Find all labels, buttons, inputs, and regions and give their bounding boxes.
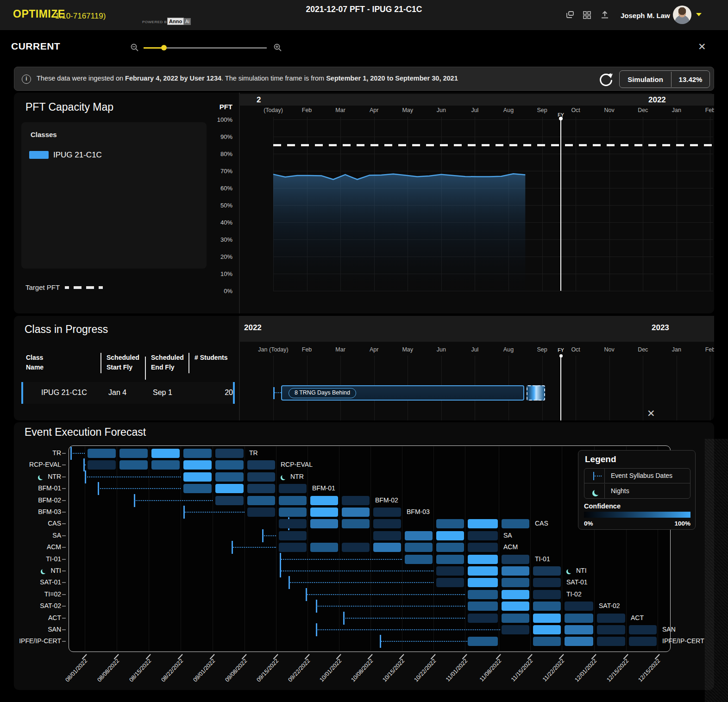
forecast-segment[interactable] bbox=[405, 555, 433, 564]
forecast-segment[interactable] bbox=[373, 531, 401, 540]
forecast-segment[interactable] bbox=[468, 566, 498, 576]
forecast-segment[interactable] bbox=[468, 519, 498, 528]
forecast-segment[interactable] bbox=[279, 531, 307, 540]
zoom-slider-thumb[interactable] bbox=[161, 45, 167, 50]
forecast-segment[interactable] bbox=[183, 472, 212, 482]
forecast-segment[interactable] bbox=[405, 543, 433, 552]
forecast-segment[interactable] bbox=[247, 472, 275, 482]
dismiss-icon[interactable]: ✕ bbox=[647, 408, 655, 418]
forecast-segment[interactable] bbox=[468, 614, 498, 623]
forecast-segment[interactable] bbox=[342, 496, 370, 505]
forecast-segment[interactable] bbox=[119, 449, 148, 458]
forecast-segment[interactable] bbox=[468, 602, 498, 611]
forecast-segment[interactable] bbox=[502, 578, 529, 587]
forecast-segment[interactable] bbox=[215, 449, 244, 458]
forecast-segment[interactable] bbox=[629, 637, 657, 646]
forecast-segment[interactable] bbox=[279, 543, 307, 552]
forecast-segment[interactable] bbox=[468, 590, 498, 599]
close-view-icon[interactable]: ✕ bbox=[698, 42, 706, 51]
forecast-segment[interactable] bbox=[533, 590, 561, 599]
forecast-segment[interactable] bbox=[247, 508, 275, 517]
row-tick bbox=[62, 570, 66, 571]
forecast-segment[interactable] bbox=[342, 508, 370, 517]
forecast-segment[interactable] bbox=[502, 602, 529, 611]
forecast-segment[interactable] bbox=[88, 460, 116, 470]
forecast-segment[interactable] bbox=[629, 625, 657, 634]
forecast-segment[interactable] bbox=[373, 508, 401, 517]
forecast-segment[interactable] bbox=[502, 614, 529, 623]
forecast-segment[interactable] bbox=[88, 449, 116, 458]
forecast-segment[interactable] bbox=[247, 460, 275, 470]
forecast-segment[interactable] bbox=[436, 578, 464, 587]
forecast-segment[interactable] bbox=[436, 519, 464, 528]
forecast-segment[interactable] bbox=[468, 578, 498, 587]
avatar[interactable] bbox=[673, 6, 691, 24]
forecast-segment[interactable] bbox=[373, 543, 401, 552]
forecast-segment[interactable] bbox=[247, 484, 275, 493]
forecast-segment[interactable] bbox=[533, 602, 561, 611]
class-row[interactable]: IPUG 21-C1C Jan 4 Sep 1 20 bbox=[21, 382, 235, 404]
forecast-segment[interactable] bbox=[565, 625, 593, 634]
simulation-widget[interactable]: Simulation 13.42% bbox=[619, 70, 710, 88]
forecast-segment[interactable] bbox=[151, 460, 180, 470]
forecast-segment[interactable] bbox=[183, 460, 212, 470]
forecast-segment[interactable] bbox=[436, 531, 464, 540]
forecast-segment[interactable] bbox=[565, 602, 593, 611]
forecast-segment[interactable] bbox=[468, 637, 498, 646]
forecast-segment[interactable] bbox=[436, 555, 464, 564]
forecast-segment[interactable] bbox=[597, 614, 625, 623]
row-tick bbox=[62, 476, 66, 477]
forecast-segment[interactable] bbox=[468, 543, 498, 552]
forecast-segment[interactable] bbox=[279, 484, 307, 493]
forecast-segment[interactable] bbox=[215, 472, 244, 482]
row-end-label: RCP-EVAL bbox=[281, 461, 313, 468]
forecast-segment[interactable] bbox=[436, 543, 464, 552]
forecast-segment[interactable] bbox=[533, 625, 561, 634]
forecast-segment[interactable] bbox=[597, 637, 625, 646]
forecast-segment[interactable] bbox=[468, 555, 498, 564]
forecast-segment[interactable] bbox=[215, 496, 244, 505]
forecast-segment[interactable] bbox=[310, 543, 338, 552]
forecast-segment[interactable] bbox=[183, 449, 212, 458]
forecast-segment[interactable] bbox=[279, 496, 307, 505]
forecast-segment[interactable] bbox=[502, 555, 529, 564]
forecast-segment[interactable] bbox=[502, 590, 529, 599]
forecast-segment[interactable] bbox=[215, 460, 244, 470]
class-forecast-extension-bar[interactable] bbox=[527, 385, 545, 401]
class-progress-bar[interactable]: 8 TRNG Days Behind bbox=[281, 385, 524, 401]
row-tick bbox=[62, 594, 66, 595]
forecast-segment[interactable] bbox=[247, 496, 275, 505]
night-moon-icon bbox=[282, 474, 287, 479]
legend-nights-label: Nights bbox=[611, 487, 629, 495]
forecast-segment[interactable] bbox=[502, 519, 529, 528]
class-legend-swatch[interactable] bbox=[29, 151, 49, 159]
forecast-segment[interactable] bbox=[565, 614, 593, 623]
forecast-segment[interactable] bbox=[279, 508, 307, 517]
user-name[interactable]: Joseph M. Law bbox=[621, 12, 670, 19]
forecast-segment[interactable] bbox=[533, 637, 561, 646]
forecast-segment[interactable] bbox=[436, 566, 464, 576]
forecast-segment[interactable] bbox=[215, 484, 244, 493]
forecast-segment[interactable] bbox=[310, 508, 338, 517]
user-menu-caret-icon[interactable] bbox=[696, 13, 702, 16]
row-label-rcp-eval: RCP-EVAL bbox=[15, 461, 61, 468]
forecast-segment[interactable] bbox=[279, 519, 307, 528]
forecast-segment[interactable] bbox=[310, 519, 338, 528]
forecast-segment[interactable] bbox=[310, 496, 338, 505]
forecast-segment[interactable] bbox=[502, 566, 529, 576]
month-label: Feb bbox=[691, 346, 714, 353]
forecast-segment[interactable] bbox=[502, 625, 529, 634]
forecast-segment[interactable] bbox=[533, 578, 561, 587]
forecast-segment[interactable] bbox=[373, 519, 401, 528]
forecast-segment[interactable] bbox=[405, 531, 433, 540]
forecast-segment[interactable] bbox=[119, 460, 148, 470]
forecast-segment[interactable] bbox=[533, 614, 561, 623]
forecast-segment[interactable] bbox=[468, 531, 498, 540]
forecast-segment[interactable] bbox=[565, 637, 593, 646]
forecast-segment[interactable] bbox=[342, 543, 370, 552]
forecast-segment[interactable] bbox=[183, 484, 212, 493]
forecast-segment[interactable] bbox=[597, 625, 625, 634]
forecast-segment[interactable] bbox=[533, 566, 561, 576]
forecast-segment[interactable] bbox=[151, 449, 180, 458]
forecast-segment[interactable] bbox=[342, 519, 370, 528]
